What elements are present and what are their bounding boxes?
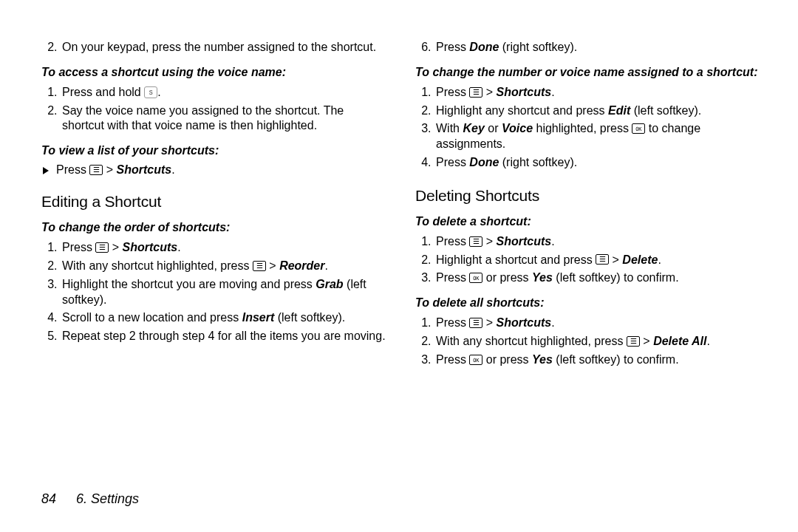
menu-key-icon	[469, 87, 482, 98]
list-item: Press > Shortcuts.	[434, 234, 770, 250]
menu-path: Shortcuts	[117, 163, 172, 176]
text: .	[551, 316, 554, 329]
text: Press > Shortcuts.	[56, 163, 175, 177]
menu-path: Shortcuts	[497, 235, 552, 248]
chapter-title: 6. Settings	[76, 491, 139, 506]
text: Press	[62, 241, 95, 253]
text: .	[177, 241, 180, 253]
subheading-change-assignment: To change the number or voice name assig…	[415, 66, 770, 79]
text: >	[266, 259, 279, 272]
text: >	[640, 335, 653, 347]
list-item: With Key or Voice highlighted, press to …	[434, 121, 770, 152]
menu-key-icon	[469, 236, 482, 247]
page-number: 84	[41, 491, 56, 506]
text: Press	[436, 156, 469, 168]
text: .	[551, 86, 554, 98]
text: >	[482, 235, 496, 248]
subheading-delete-one: To delete a shortcut:	[415, 215, 770, 228]
right-column: Press Done (right softkey). To change th…	[415, 37, 770, 371]
list-item: With any shortcut highlighted, press > R…	[61, 259, 389, 274]
list-item: Say the voice name you assigned to the s…	[61, 103, 389, 134]
list-item: Press > Shortcuts.	[434, 316, 770, 331]
text: .	[658, 253, 661, 266]
text: .	[157, 86, 160, 98]
text: >	[103, 163, 116, 176]
list-item: Press and hold s.	[61, 85, 389, 100]
text: >	[109, 241, 122, 253]
bullet-item: Press > Shortcuts.	[43, 163, 389, 177]
text: >	[482, 86, 496, 98]
menu-key-icon	[469, 318, 482, 328]
text: With any shortcut highlighted, press	[62, 259, 253, 272]
text: >	[609, 253, 622, 266]
softkey-label: Grab	[316, 278, 343, 290]
list-item: Press > Shortcuts.	[434, 85, 770, 100]
text: With	[436, 122, 463, 134]
menu-key-icon	[627, 336, 640, 347]
text: .	[325, 259, 328, 272]
subheading-change-order: To change the order of shortcuts:	[41, 221, 389, 234]
softkey-label: Yes	[532, 353, 553, 366]
text: Highlight any shortcut and press	[436, 104, 608, 117]
text: highlighted, press	[533, 122, 632, 134]
subheading-delete-all: To delete all shortcuts:	[415, 296, 770, 310]
ok-key-icon	[469, 355, 482, 365]
list-item: Press or press Yes (left softkey) to con…	[434, 352, 770, 368]
text: .	[171, 163, 174, 176]
text: Press	[436, 235, 469, 248]
text: .	[706, 335, 709, 347]
ok-key-icon	[469, 273, 482, 283]
heading-deleting-shortcuts: Deleting Shortcuts	[415, 187, 770, 205]
reorder-steps: Press > Shortcuts. With any shortcut hig…	[56, 240, 389, 344]
menu-key-icon	[89, 165, 103, 175]
text: Press	[436, 86, 469, 98]
text: >	[482, 316, 496, 329]
text: or	[485, 122, 502, 134]
list-item: Highlight any shortcut and press Edit (l…	[434, 103, 770, 119]
text: Scroll to a new location and press	[62, 311, 242, 324]
speak-key-icon: s	[144, 86, 157, 98]
text: Highlight the shortcut you are moving an…	[62, 278, 316, 290]
list-item: Repeat step 2 through step 4 for all the…	[61, 329, 389, 344]
text: With any shortcut highlighted, press	[436, 335, 627, 347]
list-item: Highlight the shortcut you are moving an…	[61, 277, 389, 308]
text: Press and hold	[62, 86, 144, 98]
list-item: Scroll to a new location and press Inser…	[61, 310, 389, 326]
list-item: On your keypad, press the number assigne…	[61, 40, 389, 55]
text: .	[551, 235, 554, 248]
text: or press	[482, 353, 532, 366]
menu-path: Shortcuts	[497, 316, 552, 329]
manual-page: On your keypad, press the number assigne…	[0, 0, 798, 532]
list-item: Press Done (right softkey).	[434, 40, 770, 55]
menu-path: Delete	[622, 253, 658, 266]
list-item: Press or press Yes (left softkey) to con…	[434, 270, 770, 286]
softkey-label: Done	[469, 41, 499, 53]
text: Press	[56, 163, 89, 176]
two-column-layout: On your keypad, press the number assigne…	[41, 37, 764, 371]
menu-path: Delete All	[653, 335, 706, 347]
subheading-view-list: To view a list of your shortcuts:	[41, 144, 389, 157]
subheading-voice-name: To access a shortcut using the voice nam…	[41, 66, 389, 79]
text: Press	[436, 353, 469, 366]
menu-path: Shortcuts	[123, 241, 178, 253]
ok-key-icon	[632, 123, 645, 134]
list-item: With any shortcut highlighted, press > D…	[434, 334, 770, 349]
option-label: Voice	[502, 122, 533, 134]
text: (left softkey) to confirm.	[553, 353, 679, 366]
menu-path: Reorder	[279, 259, 324, 272]
text: Press	[436, 271, 469, 284]
softkey-label: Insert	[242, 311, 275, 324]
arrow-icon	[43, 167, 49, 174]
softkey-label: Edit	[608, 104, 630, 117]
list-item: Highlight a shortcut and press > Delete.	[434, 253, 770, 268]
menu-key-icon	[95, 242, 109, 253]
keypad-steps-continued: On your keypad, press the number assigne…	[56, 40, 389, 55]
menu-key-icon	[253, 261, 266, 271]
text: (right softkey).	[499, 41, 577, 53]
text: Press	[436, 41, 469, 53]
option-label: Key	[463, 122, 484, 134]
text: (right softkey).	[499, 156, 577, 168]
left-column: On your keypad, press the number assigne…	[41, 37, 389, 371]
change-assignment-steps: Press > Shortcuts. Highlight any shortcu…	[430, 85, 770, 171]
delete-one-steps: Press > Shortcuts. Highlight a shortcut …	[430, 234, 770, 286]
